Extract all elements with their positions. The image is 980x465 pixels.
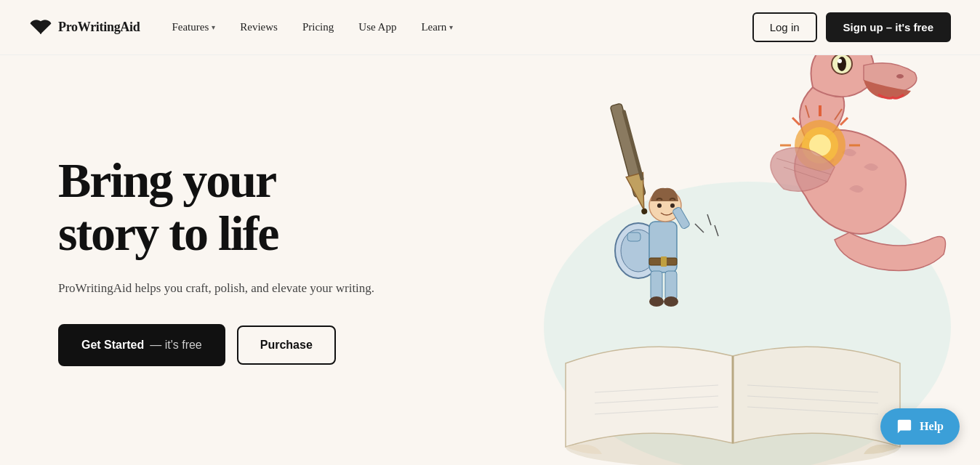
svg-rect-17 <box>661 256 667 267</box>
purchase-button[interactable]: Purchase <box>237 326 336 365</box>
svg-rect-19 <box>665 271 677 300</box>
chevron-down-icon: ▾ <box>212 23 215 31</box>
logo-text: ProWritingAid <box>58 20 140 35</box>
nav-use-app[interactable]: Use App <box>348 15 406 39</box>
nav-actions: Log in Sign up – it's free <box>752 12 951 42</box>
svg-point-23 <box>657 203 662 208</box>
nav-features[interactable]: Features ▾ <box>161 15 225 39</box>
get-started-button[interactable]: Get Started — it's free <box>58 324 225 366</box>
navbar: ProWritingAid Features ▾ Reviews Pricing… <box>0 0 980 55</box>
hero-section: Bring your story to life ProWritingAid h… <box>0 55 980 465</box>
svg-point-21 <box>664 296 678 307</box>
svg-point-33 <box>896 74 904 78</box>
nav-learn[interactable]: Learn ▾ <box>411 15 463 39</box>
svg-point-24 <box>670 203 675 208</box>
svg-line-40 <box>792 118 800 125</box>
svg-point-20 <box>649 296 664 307</box>
svg-point-31 <box>838 57 846 71</box>
svg-rect-18 <box>651 271 662 300</box>
logo-link[interactable]: ProWritingAid <box>29 17 140 38</box>
hero-title: Bring your story to life <box>58 154 374 261</box>
help-widget[interactable]: Help <box>880 408 960 445</box>
chevron-down-icon: ▾ <box>449 23 453 31</box>
hero-subtitle: ProWritingAid helps you craft, polish, a… <box>58 278 374 298</box>
svg-point-32 <box>838 59 842 63</box>
hero-illustration <box>403 55 980 465</box>
nav-reviews[interactable]: Reviews <box>230 15 288 39</box>
hero-content: Bring your story to life ProWritingAid h… <box>58 55 403 465</box>
nav-links: Features ▾ Reviews Pricing Use App Learn… <box>161 15 752 39</box>
logo-icon <box>29 17 52 38</box>
nav-pricing[interactable]: Pricing <box>292 15 344 39</box>
chat-bubble-icon <box>896 418 912 434</box>
hero-buttons: Get Started — it's free Purchase <box>58 324 374 366</box>
hero-image <box>486 55 980 465</box>
signup-button[interactable]: Sign up – it's free <box>826 12 951 42</box>
help-label: Help <box>920 420 944 433</box>
svg-rect-25 <box>627 232 640 241</box>
login-button[interactable]: Log in <box>752 12 817 42</box>
